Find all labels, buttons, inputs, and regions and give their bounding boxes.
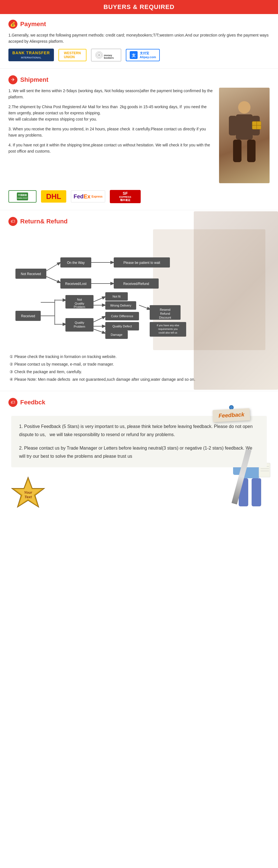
page-header: BUYERS & REQUIRED [0,0,278,14]
svg-text:Resend: Resend [160,308,170,311]
svg-line-40 [94,297,105,302]
please-wait-label: Please be patient to wait [124,261,160,265]
shipment-logos-row: 中国邮政 CHINA POST DHL FedEx Express SF EXP… [8,190,270,203]
moneybookers-svg: money bookers [95,51,117,59]
svg-text:Text: Text [25,495,32,499]
western-union-text: WESTERNUNION [64,51,81,59]
received-refund-label: Received/Refund [123,282,149,286]
sf-subtext: EXPRESS [119,195,131,198]
shipment-heading: Shipment [20,76,48,84]
color-difference-label: Color Difference [111,314,133,318]
received-lost-label: Received/Lost [65,282,87,286]
feedback-badge-text: Feedback [218,411,244,419]
feedback-icon: 🏷 [8,398,18,407]
shipment-title-row: ✈ Shipment [8,75,270,84]
sf-logo: SF EXPRESS 顺丰速运 [110,190,141,203]
svg-line-25 [46,277,60,283]
svg-point-7 [238,101,250,114]
payment-icon: 💰 [8,20,18,29]
payment-section: 💰 Payment 1.Generally, we accept the fol… [0,14,278,67]
svg-text:could also tell us: could also tell us [159,331,177,334]
feedback-heading: Feedbck [20,399,45,406]
feedback-para-1: 1. Positive Feedback (5 Stars) is very i… [19,423,259,439]
svg-text:支: 支 [131,53,136,58]
svg-text:Refund: Refund [160,312,170,315]
received-label: Received [21,314,35,318]
svg-text:Problem: Problem [74,325,85,328]
not-received-label: Not Received [21,272,41,276]
bank-transfer-subtitle: INTERNATIONAL [21,57,41,59]
svg-rect-8 [236,114,253,140]
svg-line-21 [46,262,60,271]
payment-heading: Payment [20,21,46,28]
person-svg [228,96,261,175]
svg-line-53 [139,305,150,309]
svg-text:Not: Not [77,298,82,301]
bank-transfer-logo: BANK TRANSFER INTERNATIONAL [8,49,54,61]
bank-transfer-text: BANK TRANSFER [12,51,50,55]
quality-defect-label: Quality Defect [112,324,132,328]
dhl-text: DHL [46,192,61,201]
fedex-logo: FedEx Express [71,190,105,203]
feedback-content-area: Feedback 1. Positive Feedback (5 Stars) … [6,416,272,510]
svg-rect-11 [233,140,242,162]
svg-text:Your: Your [24,490,32,495]
shipment-icon: ✈ [8,75,18,84]
feedback-card: Feedback [213,408,250,422]
payment-body: 1.Generally, we accept the following pay… [8,32,270,45]
svg-line-47 [94,316,105,322]
svg-text:中国邮政: 中国邮政 [18,194,27,196]
your-text-star-badge: Your Text [8,476,48,510]
star-badge-svg: Your Text [8,476,48,509]
svg-line-51 [94,329,105,333]
return-bg-image [194,211,278,390]
svg-text:bookers: bookers [104,57,114,59]
shipment-person-image [219,88,270,183]
return-heading: Return& Refund [20,218,68,225]
china-post-svg: 中国邮政 CHINA POST [17,192,28,200]
svg-rect-9 [229,116,237,135]
damage-label: Damage [111,333,123,336]
not-fit-label: Not fit [113,295,121,298]
header-title: BUYERS & REQUIRED [104,3,175,10]
sf-chinese: 顺丰速运 [120,198,130,202]
payment-logos-row: BANK TRANSFER INTERNATIONAL WESTERNUNION… [8,49,270,62]
alipay-logo: 支 支付宝Alipay.com [126,49,160,61]
western-union-logo: WESTERNUNION [59,49,86,61]
svg-rect-67 [252,478,261,506]
svg-text:Discount: Discount [159,316,171,319]
feedback-badge-area: Feedback [213,407,250,421]
svg-point-2 [98,54,100,56]
shipment-section: ✈ Shipment 1. We will sent the items wit… [0,70,278,209]
fedex-text: FedEx [74,193,91,200]
fedex-express-text: Express [92,195,103,198]
svg-text:If you have any else: If you have any else [157,324,179,327]
svg-text:Quality: Quality [75,321,84,324]
svg-text:Problem: Problem [74,305,85,309]
svg-text:Quality: Quality [75,302,84,305]
wrong-delivery-label: Wrong Delivery [110,304,131,307]
svg-rect-12 [247,140,255,162]
feedback-text-box: 1. Positive Feedback (5 Stars) is very i… [11,416,267,467]
svg-text:requirements you: requirements you [158,328,178,331]
sf-text: SF [123,191,128,195]
your-text-badge-area: Your Text [8,476,48,510]
china-post-logo: 中国邮政 CHINA POST [8,190,36,203]
svg-text:CHINA POST: CHINA POST [18,197,28,199]
return-refund-section: 🏷 Return& Refund Not Received On the Way… [0,211,278,390]
feedback-para-2: 2. Please contact us by Trade Manager or… [19,444,259,461]
alipay-svg: 支 [130,51,138,59]
alipay-text: 支付宝Alipay.com [140,51,156,59]
moneybookers-logo: money bookers [91,49,121,62]
dhl-logo: DHL [41,190,66,203]
on-the-way-label: On the Way [67,261,85,265]
payment-title-row: 💰 Payment [8,20,270,29]
return-icon: 🏷 [8,217,18,226]
